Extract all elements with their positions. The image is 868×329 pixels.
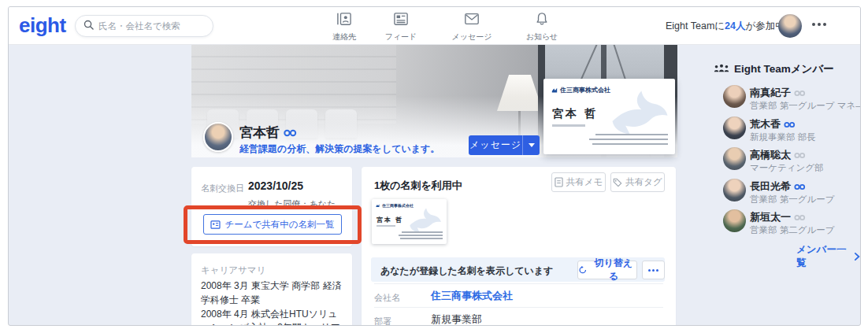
sidebar-title: Eight Teamメンバー — [734, 62, 834, 76]
avatar — [723, 116, 746, 139]
avatar — [723, 209, 746, 232]
search-box[interactable] — [75, 15, 213, 37]
career-summary-text: 2008年 3月 東宝大学 商学部 経済学科修士 卒業 2008年 4月 株式会… — [201, 279, 344, 326]
business-card-image[interactable]: 住三商事株式会社 宮本 哲 — [543, 79, 675, 154]
exchange-date-value: 2023/10/25 — [248, 179, 303, 192]
badge-icon-gray — [794, 214, 806, 221]
badge-icon-gray — [794, 152, 806, 159]
feed-icon — [393, 10, 409, 29]
badge-icon-gray — [794, 90, 806, 97]
nav-feed[interactable]: フィード — [379, 10, 423, 43]
memo-icon — [555, 177, 563, 187]
message-dropdown-button[interactable] — [522, 135, 540, 155]
app-window: eight 連絡先 フィード メッセージ — [8, 6, 861, 326]
dept-field-label: 部署 — [374, 316, 391, 326]
switch-icon — [578, 265, 588, 275]
business-card-thumbnail[interactable]: 住三商事株式会社 宮本 哲 — [372, 199, 447, 244]
user-avatar[interactable] — [778, 14, 802, 38]
exchange-date-label: 名刺交換日 — [201, 183, 244, 194]
card-more-options-button[interactable] — [642, 261, 665, 279]
switch-card-button[interactable]: 切り替える — [577, 261, 637, 279]
premium-badge-icon — [284, 129, 297, 137]
profile-tagline: 経営課題の分析、解決策の提案をしています。 — [239, 142, 440, 156]
company-logo-icon — [376, 204, 380, 208]
chevron-right-icon — [854, 252, 860, 261]
card-company-name: 住三商事株式会社 — [551, 86, 610, 94]
company-logo-icon — [551, 87, 558, 94]
eight-logo[interactable]: eight — [19, 13, 66, 38]
team-shared-cards-button[interactable]: チームで共有中の名刺一覧 — [203, 214, 342, 235]
profile-avatar[interactable] — [203, 122, 233, 152]
member-row-nagata[interactable]: 長田光希 営業部 第一グループ — [723, 179, 861, 207]
business-card-panel: 1枚の名刺を利用中 共有メモ 共有タグ 住三商事株式会社 宮本 哲 あなたが登録… — [362, 167, 676, 326]
shared-memo-button[interactable]: 共有メモ — [551, 172, 606, 192]
tag-icon — [613, 178, 622, 187]
nav-notifications-label: お知らせ — [526, 31, 558, 43]
shared-tag-button[interactable]: 共有タグ — [610, 172, 665, 192]
avatar — [723, 85, 746, 108]
nav-notifications[interactable]: お知らせ — [520, 10, 564, 43]
company-field-value[interactable]: 住三商事株式会社 — [431, 289, 513, 303]
search-icon — [83, 19, 94, 33]
avatar — [723, 147, 746, 170]
member-row-takahashi[interactable]: 高橋聡太 マーケティング部 — [723, 147, 861, 176]
company-field-label: 会社名 — [374, 292, 400, 304]
banner-text: あなたが登録した名刺を表示しています — [380, 264, 553, 278]
team-members-icon — [713, 63, 730, 78]
card-list-icon — [210, 220, 221, 229]
badge-icon-blue — [794, 183, 806, 190]
bell-icon — [535, 10, 549, 29]
avatar — [723, 179, 746, 201]
nav-messages-label: メッセージ — [452, 31, 492, 43]
team-member-count: 24人 — [725, 20, 745, 31]
contacts-icon — [336, 10, 352, 29]
team-status: Eight Teamに24人が参加中 — [666, 20, 785, 33]
member-row-araki[interactable]: 荒木香 新規事業部 部長 — [723, 116, 861, 145]
badge-icon-blue — [784, 121, 796, 128]
card-person-name: 宮本 哲 — [552, 107, 598, 121]
nav-contacts-label: 連絡先 — [332, 31, 356, 43]
exchange-info-card: 名刺交換日 2023/10/25 交換した同僚：あなた チームで共有中の名刺一覧 — [191, 167, 352, 246]
message-icon — [464, 10, 480, 29]
member-list-link[interactable]: メンバー一覧 — [796, 243, 860, 270]
search-input[interactable] — [98, 21, 205, 31]
member-row-aragaki[interactable]: 新垣太一 営業部 第二グループ — [723, 209, 861, 238]
dept-field-value: 新規事業部 — [431, 312, 482, 326]
member-row-minami[interactable]: 南真紀子 営業部 第一グループ マネ―… — [723, 85, 861, 113]
exchange-colleague: 交換した同僚：あなた — [248, 198, 336, 210]
nav-feed-label: フィード — [385, 31, 417, 43]
message-button[interactable]: メッセージ — [469, 135, 522, 155]
card-in-use-title: 1枚の名刺を利用中 — [374, 179, 462, 193]
more-options-icon[interactable] — [812, 23, 826, 26]
career-summary-title: キャリアサマリ — [201, 264, 265, 276]
chevron-down-icon — [529, 143, 535, 147]
profile-name: 宮本哲 — [239, 124, 297, 142]
top-header: eight 連絡先 フィード メッセージ — [9, 7, 860, 45]
career-summary-card: キャリアサマリ 2008年 3月 東宝大学 商学部 経済学科修士 卒業 2008… — [191, 253, 352, 326]
nav-messages[interactable]: メッセージ — [450, 10, 494, 43]
nav-contacts[interactable]: 連絡先 — [322, 10, 366, 43]
